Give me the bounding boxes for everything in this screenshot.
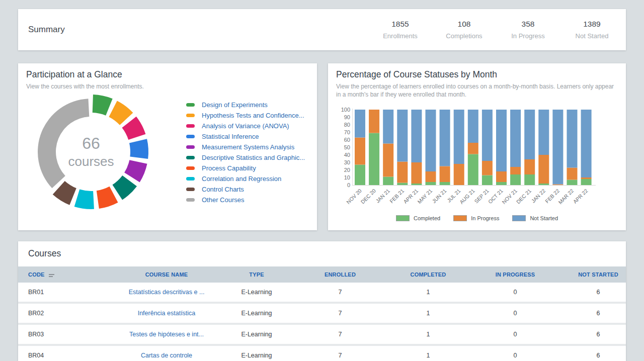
bar-segment	[454, 110, 464, 164]
bar-segment	[496, 171, 507, 182]
table-row: BR01Estatísticas descritivas e ...E-Lear…	[18, 283, 626, 303]
x-axis-tick-label: JAN 21	[374, 188, 391, 204]
legend-item[interactable]: Analysis of Variance (ANOVA)	[186, 121, 305, 131]
stat-completions: 108 Completions	[432, 20, 496, 40]
donut-slice	[74, 190, 94, 209]
bar-segment	[524, 159, 535, 174]
stat-in-progress-label: In Progress	[496, 32, 560, 40]
bar-segment	[397, 110, 408, 162]
legend-label: Process Capability	[202, 164, 256, 172]
table-cell: E-Learning	[229, 283, 284, 303]
legend-label: Statistical Inference	[202, 133, 259, 140]
stat-not-started-label: Not Started	[560, 32, 624, 40]
column-header-in-progress[interactable]: IN PROGRESS	[460, 266, 571, 283]
y-axis-tick-label: 0	[347, 182, 350, 188]
summary-title: Summary	[28, 25, 65, 35]
table-cell: 1	[396, 324, 460, 345]
courses-table-body: BR01Estatísticas descritivas e ...E-Lear…	[18, 283, 626, 361]
legend-swatch-icon	[186, 166, 195, 170]
legend-item[interactable]: Completed	[396, 215, 440, 221]
bar-segment	[440, 110, 450, 166]
table-cell: Inferência estatística	[104, 303, 229, 324]
legend-swatch-icon	[186, 135, 195, 138]
legend-swatch-icon	[186, 103, 195, 107]
bar-segment	[383, 144, 393, 177]
course-name-link[interactable]: Estatísticas descritivas e ...	[129, 289, 205, 296]
statuses-subtitle: View the percentage of learners enrolled…	[336, 82, 618, 99]
bar-segment	[468, 110, 478, 143]
legend-item[interactable]: Not Started	[512, 215, 558, 221]
legend-item[interactable]: Process Capability	[186, 163, 305, 173]
stat-not-started: 1389 Not Started	[560, 20, 624, 40]
column-header-not-started[interactable]: NOT STARTED	[571, 266, 626, 283]
column-header-type[interactable]: TYPE	[229, 266, 284, 283]
bar-segment	[411, 162, 422, 184]
courses-title: Courses	[28, 248, 61, 259]
x-axis-tick-label: APR 21	[402, 188, 419, 205]
x-axis-tick-label: JAN 22	[530, 188, 546, 204]
legend-item[interactable]: Correlation and Regression	[186, 173, 305, 184]
bar-segment	[581, 177, 592, 179]
y-axis-tick-label: 80	[344, 122, 350, 128]
y-axis-tick-label: 90	[344, 114, 350, 120]
column-header-code[interactable]: CODE	[18, 266, 104, 283]
x-axis-tick-label: NOV 20	[345, 188, 363, 205]
bar-segment	[581, 179, 592, 185]
table-cell: E-Learning	[229, 345, 284, 361]
bar-segment	[355, 110, 365, 138]
course-name-link[interactable]: Cartas de controle	[141, 352, 192, 359]
legend-label: Design of Experiments	[202, 101, 268, 109]
bar-segment	[581, 110, 592, 177]
table-cell: BR02	[18, 303, 104, 324]
bar-segment	[538, 184, 549, 185]
legend-item[interactable]: Descriptive Statistics and Graphic...	[186, 152, 305, 163]
y-axis-tick-label: 10	[344, 174, 350, 180]
legend-swatch-icon	[396, 215, 410, 221]
stat-enrollments: 1855 Enrollments	[368, 20, 432, 40]
legend-item[interactable]: Other Courses	[186, 195, 305, 205]
table-cell: Estatísticas descritivas e ...	[104, 283, 229, 303]
course-name-link[interactable]: Testes de hipóteses e int...	[129, 331, 204, 338]
table-cell: E-Learning	[229, 303, 284, 324]
legend-item[interactable]: Statistical Inference	[186, 131, 305, 142]
legend-item[interactable]: Measurement Systems Analysis	[186, 142, 305, 152]
summary-stats: 1855 Enrollments 108 Completions 358 In …	[368, 9, 624, 50]
legend-swatch-icon	[186, 124, 195, 128]
table-cell: 7	[284, 324, 396, 345]
bar-segment	[397, 183, 408, 186]
legend-swatch-icon	[512, 215, 526, 221]
bar-segment	[510, 110, 521, 167]
bar-segment	[440, 182, 450, 185]
y-axis-tick-label: 20	[344, 167, 350, 173]
bar-segment	[482, 175, 493, 186]
stat-completions-label: Completions	[432, 32, 496, 40]
table-row: BR03Testes de hipóteses e int...E-Learni…	[18, 324, 626, 345]
table-cell: 6	[571, 324, 626, 345]
table-cell: 0	[460, 303, 571, 324]
bar-segment	[482, 110, 493, 161]
legend-item[interactable]: In Progress	[453, 215, 499, 221]
participation-subtitle: View the courses with the most enrollmen…	[26, 82, 309, 91]
y-axis-tick-label: 70	[344, 129, 350, 135]
table-cell: 6	[571, 283, 626, 303]
stat-completions-value: 108	[432, 20, 496, 29]
y-axis-tick-label: 40	[344, 152, 350, 158]
legend-item[interactable]: Design of Experiments	[186, 100, 305, 110]
column-header-completed[interactable]: COMPLETED	[396, 266, 460, 283]
bar-segment	[355, 138, 365, 165]
legend-swatch-icon	[186, 156, 195, 159]
legend-item[interactable]: Control Charts	[186, 184, 305, 195]
column-header-enrolled[interactable]: ENROLLED	[284, 266, 396, 283]
donut-slice	[112, 175, 137, 200]
column-header-course-name[interactable]: COURSE NAME	[104, 266, 229, 283]
participation-donut-chart: 66 courses	[31, 92, 151, 212]
course-name-link[interactable]: Inferência estatística	[138, 310, 196, 317]
legend-item[interactable]: Hypothesis Tests and Confidence...	[186, 110, 305, 121]
bar-segment	[426, 110, 436, 171]
bar-segment	[567, 110, 578, 168]
table-cell: 0	[460, 345, 571, 361]
participation-legend: Design of ExperimentsHypothesis Tests an…	[186, 100, 305, 205]
bar-segment	[482, 161, 493, 175]
y-axis-tick-label: 60	[344, 137, 350, 143]
x-axis-tick-label: MAY 21	[416, 188, 433, 205]
